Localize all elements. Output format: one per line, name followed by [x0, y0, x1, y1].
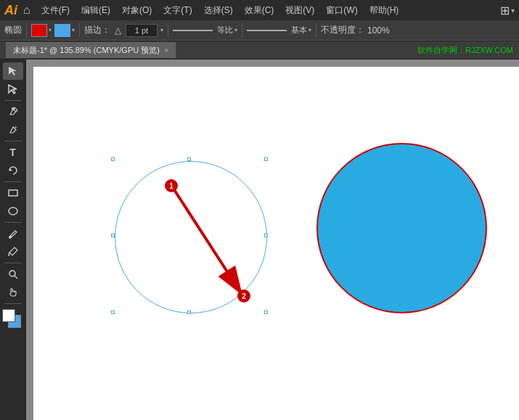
svg-text:+: + [14, 124, 17, 131]
fill-dropdown-arrow[interactable]: ▾ [49, 27, 52, 33]
menu-object[interactable]: 对象(O) [117, 3, 157, 18]
toolbar-sep-4 [242, 23, 242, 38]
profile-arrow[interactable]: ▾ [308, 27, 311, 33]
profile-line-group[interactable] [247, 30, 287, 31]
profile-label: 基本 [291, 25, 307, 36]
handle-top-right[interactable] [264, 157, 268, 161]
tool-sep-5 [4, 263, 22, 263]
eyedropper-tool[interactable] [3, 243, 23, 260]
tab-title: 未标题-1* @ 135.89% (CMYK/GPU 预览) [13, 45, 160, 56]
profile-dropdown[interactable]: 基本 ▾ [291, 25, 311, 36]
menu-window[interactable]: 窗口(W) [321, 3, 362, 18]
tool-sep-6 [4, 303, 22, 304]
ratio-dropdown[interactable]: 等比 ▾ [217, 25, 237, 36]
shape-label: 椭圆 [4, 24, 22, 36]
hand-tool[interactable] [3, 284, 23, 301]
toolbar-sep-5 [316, 23, 316, 38]
direct-select-tool[interactable] [3, 81, 23, 98]
menu-help[interactable]: 帮助(H) [364, 3, 404, 18]
tool-sep-3 [4, 181, 22, 182]
stroke-swatch[interactable] [54, 24, 70, 37]
ratio-arrow[interactable]: ▾ [234, 27, 237, 33]
home-icon[interactable]: ⌂ [23, 4, 30, 17]
handle-mid-right[interactable] [264, 234, 268, 237]
rotate-tool[interactable] [3, 162, 23, 179]
svg-line-7 [15, 276, 17, 279]
fill-swatch-group[interactable]: ▾ [31, 24, 52, 37]
tool-sep-4 [4, 222, 22, 223]
svg-point-4 [9, 236, 12, 239]
select-tool[interactable] [3, 62, 23, 80]
point-1-label: 1 [169, 182, 173, 190]
menu-view[interactable]: 视图(V) [280, 3, 319, 18]
stroke-line [173, 30, 213, 31]
stroke-dropdown-arrow[interactable]: ▾ [72, 27, 75, 33]
circle-filled[interactable] [316, 143, 487, 313]
stroke-swatch-group[interactable]: ▾ [54, 24, 75, 37]
website-text: 软件自学网：RJZXW.COM [417, 45, 513, 56]
tab-close-button[interactable]: × [164, 46, 168, 54]
tab-bar: 未标题-1* @ 135.89% (CMYK/GPU 预览) × 软件自学网：R… [0, 41, 519, 59]
handle-bot-mid[interactable] [187, 310, 191, 314]
menu-bar: Ai ⌂ 文件(F) 编辑(E) 对象(O) 文字(T) 选择(S) 效果(C)… [0, 0, 519, 20]
toolbox: + T [0, 59, 26, 420]
toolbar-sep-2 [79, 23, 80, 38]
menu-edit[interactable]: 编辑(E) [76, 3, 115, 18]
ratio-label: 等比 [217, 25, 233, 36]
svg-point-6 [9, 271, 15, 276]
point-2-label: 2 [242, 292, 246, 300]
main-area: + T [0, 59, 519, 420]
document-tab[interactable]: 未标题-1* @ 135.89% (CMYK/GPU 预览) × [6, 42, 176, 58]
dropdown-arrow[interactable]: ▾ [511, 7, 515, 15]
profile-line [247, 30, 287, 31]
svg-point-3 [9, 207, 17, 215]
svg-rect-2 [9, 190, 17, 196]
stroke-value-input[interactable] [126, 24, 158, 37]
grid-icon[interactable]: ⊞ [500, 4, 510, 17]
color-boxes[interactable] [2, 309, 24, 329]
handle-bot-left[interactable] [111, 310, 115, 314]
point-2-marker: 2 [237, 289, 250, 302]
stroke-up-arrow[interactable]: △ [115, 25, 121, 36]
menu-select[interactable]: 选择(S) [199, 3, 238, 18]
ellipse-tool[interactable] [3, 202, 23, 220]
opacity-value: 100% [367, 25, 390, 36]
svg-point-0 [12, 107, 15, 110]
point-1-marker: 1 [165, 179, 178, 192]
pen-tool[interactable] [3, 103, 23, 120]
menu-file[interactable]: 文件(F) [36, 3, 75, 18]
fill-swatch[interactable] [31, 24, 47, 37]
foreground-color-box[interactable] [2, 309, 15, 322]
stroke-label: 描边： [84, 24, 110, 36]
tool-sep-1 [4, 100, 22, 101]
handle-mid-left[interactable] [111, 234, 115, 237]
canvas-area: 1 2 [26, 59, 519, 420]
handle-bot-right[interactable] [264, 310, 268, 314]
type-tool[interactable]: T [3, 144, 23, 161]
menu-text[interactable]: 文字(T) [158, 3, 197, 18]
canvas-content: 1 2 [33, 67, 519, 420]
tool-sep-2 [4, 141, 22, 141]
ai-logo: Ai [4, 3, 17, 18]
rectangle-tool[interactable] [3, 184, 23, 202]
toolbar: 椭圆 ▾ ▾ 描边： △ ▾ 等比 ▾ 基本 ▾ 不透明度： 100% [0, 20, 519, 41]
stroke-val-arrow[interactable]: ▾ [160, 27, 163, 33]
toolbar-sep-3 [168, 23, 168, 38]
menu-effect[interactable]: 效果(C) [240, 3, 279, 18]
handle-top-left[interactable] [111, 157, 115, 161]
svg-line-5 [9, 252, 9, 256]
opacity-label: 不透明度： [321, 24, 364, 36]
zoom-tool[interactable] [3, 265, 23, 283]
stroke-line-group[interactable] [173, 30, 213, 31]
paintbrush-tool[interactable] [3, 225, 23, 242]
handle-top-mid[interactable] [187, 157, 191, 161]
add-anchor-tool[interactable]: + [3, 121, 23, 139]
toolbar-sep-1 [26, 23, 27, 38]
